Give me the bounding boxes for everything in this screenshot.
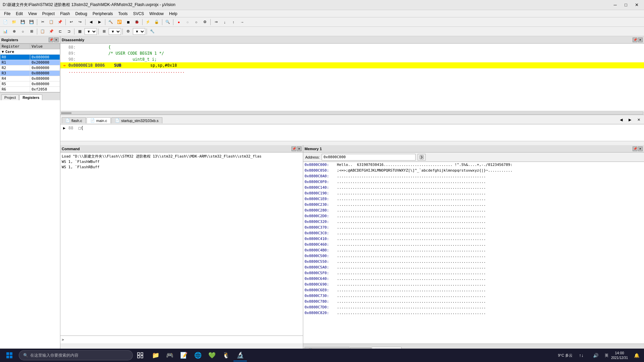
reg-val-r3[interactable]: 0x080000 (30, 71, 60, 76)
mem-data[interactable]: ........................................… (335, 196, 643, 202)
code-line-content[interactable]: { (81, 125, 641, 131)
reg-name-r5[interactable]: R5 (0, 81, 30, 87)
taskbar-green[interactable]: 💚 (205, 349, 219, 361)
reg-name-r3[interactable]: R3 (0, 71, 30, 76)
mem-data[interactable]: ;<=>;@ABCDEFGHIJKLMNOPQRSTUVWXYZ[\]^_`ab… (335, 168, 643, 173)
tb2-select3[interactable]: ▼ (133, 28, 145, 35)
memory-go-btn[interactable] (418, 154, 426, 161)
new-btn[interactable]: 📄 (1, 18, 9, 26)
fwd-btn[interactable]: ▶ (96, 18, 104, 26)
taskbar-notif[interactable]: 🔔 (631, 349, 643, 361)
tb2-4[interactable]: ⊞ (28, 28, 36, 35)
reg-val-r5[interactable]: 0x080000 (30, 81, 60, 87)
dis-close-btn[interactable]: ✕ (638, 38, 643, 42)
menu-item-flash[interactable]: Flash (57, 11, 72, 17)
menu-item-svcs[interactable]: SVCS (130, 11, 147, 17)
tb2-2[interactable]: ⊕ (10, 28, 18, 35)
dis-scrollbar[interactable] (60, 111, 644, 115)
stop-btn[interactable]: ⏹ (124, 18, 132, 26)
mem-data[interactable]: ........................................… (335, 276, 643, 282)
cmd-hscroll[interactable] (60, 344, 303, 348)
tab-flash-c[interactable]: 📄 flash.c (62, 117, 86, 123)
paste-btn[interactable]: 📌 (56, 18, 64, 26)
tab-arrow-right[interactable]: ▶ (626, 116, 634, 123)
reg-val-r6[interactable]: 0xf2058 (30, 87, 60, 92)
mem-data[interactable]: ........................................… (335, 219, 643, 225)
taskbar-clock[interactable]: 14:00 2021/12/31 (611, 351, 628, 360)
menu-item-view[interactable]: View (25, 11, 40, 17)
erase-btn[interactable]: 🔓 (153, 18, 161, 26)
menu-item-file[interactable]: File (1, 11, 13, 17)
reg-name-r6[interactable]: R6 (0, 87, 30, 92)
tb2-9[interactable]: ▦ (76, 28, 84, 35)
step-over-btn[interactable]: ⇒ (212, 18, 220, 26)
reset-btn[interactable]: ○ (192, 18, 200, 26)
mem-data[interactable]: ........................................… (335, 236, 643, 242)
mem-data[interactable]: ........................................… (335, 202, 643, 207)
mem-data[interactable]: ........................................… (335, 190, 643, 196)
tab-main-c[interactable]: 📄 main.c (87, 117, 111, 123)
mem-data[interactable]: ........................................… (335, 310, 643, 316)
taskbar-qq[interactable]: 🐧 (219, 349, 233, 361)
rebuild-btn[interactable]: 🔁 (115, 18, 123, 26)
tb2-3[interactable]: ○ (19, 28, 27, 35)
mem-data[interactable]: ........................................… (335, 213, 643, 219)
taskbar-network[interactable]: ↑↓ (575, 349, 587, 361)
reg-name-r4[interactable]: R4 (0, 76, 30, 81)
mem-pin-btn[interactable]: 📌 (633, 146, 637, 151)
find-btn[interactable]: 🔍 (164, 18, 172, 26)
tab-startup[interactable]: 📄 startup_stm32f103xb.s (111, 117, 162, 123)
mem-data[interactable]: ........................................… (335, 225, 643, 230)
menu-item-project[interactable]: Project (40, 11, 57, 17)
reg-pin-btn[interactable]: 📌 (49, 38, 53, 42)
reg-name-r0[interactable]: R0 (0, 55, 30, 60)
menu-item-debug[interactable]: Debug (73, 11, 90, 17)
mem-data[interactable]: ........................................… (335, 259, 643, 264)
redo-btn[interactable]: ↪ (76, 18, 84, 26)
flash-btn[interactable]: ⚡ (144, 18, 152, 26)
mem-data[interactable]: ........................................… (335, 282, 643, 287)
tb2-8[interactable]: ⊐ (65, 28, 73, 35)
save-btn[interactable]: 💾 (19, 18, 27, 26)
taskbar-uvision[interactable]: 🔬 (233, 349, 247, 361)
mem-data[interactable]: ........................................… (335, 287, 643, 293)
copy-btn[interactable]: 📋 (47, 18, 55, 26)
reg-close-btn[interactable]: ✕ (54, 38, 59, 42)
stop-run-btn[interactable]: ○ (183, 18, 192, 26)
mem-data[interactable]: ........................................… (335, 247, 643, 253)
tab-project[interactable]: Project (1, 95, 19, 100)
mem-close-btn[interactable]: ✕ (638, 146, 643, 151)
mem-data[interactable]: ........................................… (335, 230, 643, 236)
tb2-select2[interactable]: ▼ (109, 28, 121, 35)
menu-item-help[interactable]: Help (166, 11, 180, 17)
menu-item-edit[interactable]: Edit (13, 11, 25, 17)
mem-data[interactable]: ........................................… (335, 264, 643, 270)
address-input[interactable] (322, 154, 416, 161)
task-view-btn[interactable] (134, 349, 146, 361)
mem-data[interactable]: Hello.. 631907030416....................… (335, 162, 643, 168)
reg-val-r2[interactable]: 0x000000 (30, 65, 60, 71)
taskbar-vs[interactable]: 📝 (177, 349, 191, 361)
mem-data[interactable]: ........................................… (335, 207, 643, 213)
reg-val-r1[interactable]: 0x200000 (30, 60, 60, 65)
run-to-btn[interactable]: → (238, 18, 246, 26)
taskbar-volume[interactable]: 🔊 (590, 349, 602, 361)
tb2-10[interactable]: ⊞ (100, 28, 108, 35)
mem-data[interactable]: ........................................… (335, 293, 643, 299)
cmd-pin-btn[interactable]: 📌 (291, 146, 296, 151)
back-btn[interactable]: ◀ (87, 18, 95, 26)
mem-data[interactable]: ........................................… (335, 253, 643, 259)
tab-registers[interactable]: Registers (19, 95, 42, 100)
mem-data[interactable]: ........................................… (335, 179, 643, 185)
mem-data[interactable]: ........................................… (335, 242, 643, 247)
mem-data[interactable]: ........................................… (335, 270, 643, 276)
dbg-btn[interactable]: 🐞 (133, 18, 141, 26)
open-btn[interactable]: 📁 (10, 18, 18, 26)
minimize-button[interactable]: ─ (610, 2, 620, 8)
tb2-7[interactable]: ⊏ (56, 28, 64, 35)
reg-name-r1[interactable]: R1 (0, 60, 30, 65)
menu-item-peripherals[interactable]: Peripherals (90, 11, 116, 17)
taskbar-search[interactable]: 🔍 在这里输入你要搜索的内容 (19, 350, 133, 360)
start-button[interactable] (1, 349, 17, 361)
cut-btn[interactable]: ✂ (39, 18, 47, 26)
